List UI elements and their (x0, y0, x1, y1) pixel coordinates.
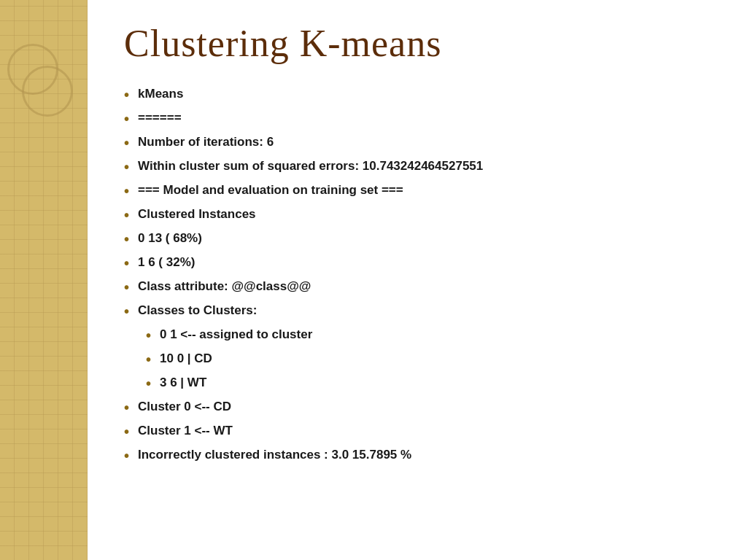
bullet-item-5: Clustered Instances (124, 206, 711, 225)
bullet-text-0: kMeans (138, 85, 183, 103)
bullet-item-4: === Model and evaluation on training set… (124, 182, 711, 201)
bullet-text-6: 0 13 ( 68%) (138, 230, 202, 247)
main-content: Clustering K-means kMeans======Number of… (88, 0, 747, 560)
bullet-item-1: ====== (124, 109, 711, 129)
bullet-text-3: Within cluster sum of squared errors: 10… (138, 158, 483, 175)
decorative-circles (7, 44, 80, 117)
bullet-item-6: 0 13 ( 68%) (124, 230, 711, 249)
bullet-text-15: Incorrectly clustered instances : 3.0 15… (138, 446, 411, 464)
sidebar (0, 0, 88, 560)
bullet-text-11: 10 0 | CD (160, 350, 212, 368)
slide-title: Clustering K-means (124, 22, 711, 65)
bullet-text-10: 0 1 <-- assigned to cluster (160, 326, 312, 343)
circle-2 (22, 66, 73, 117)
bullet-text-14: Cluster 1 <-- WT (138, 422, 233, 440)
bullet-text-1: ====== (138, 109, 182, 127)
bullet-item-3: Within cluster sum of squared errors: 10… (124, 158, 711, 177)
bullet-item-7: 1 6 ( 32%) (124, 254, 711, 273)
bullet-text-4: === Model and evaluation on training set… (138, 182, 403, 199)
bullet-item-2: Number of iterations: 6 (124, 133, 711, 153)
bullet-item-8: Class attribute: @@class@@ (124, 278, 711, 298)
bullet-item-9: Classes to Clusters: (124, 302, 711, 322)
bullet-item-0: kMeans (124, 85, 711, 105)
bullet-text-8: Class attribute: @@class@@ (138, 278, 311, 295)
bullet-item-10: 0 1 <-- assigned to cluster (124, 326, 711, 346)
bullet-item-14: Cluster 1 <-- WT (124, 422, 711, 442)
bullet-text-2: Number of iterations: 6 (138, 133, 274, 151)
bullet-text-12: 3 6 | WT (160, 374, 206, 392)
bullet-text-7: 1 6 ( 32%) (138, 254, 195, 271)
bullet-item-15: Incorrectly clustered instances : 3.0 15… (124, 446, 711, 466)
bullet-text-13: Cluster 0 <-- CD (138, 398, 231, 416)
bullet-item-13: Cluster 0 <-- CD (124, 398, 711, 418)
bullet-item-12: 3 6 | WT (124, 374, 711, 394)
bullet-text-9: Classes to Clusters: (138, 302, 257, 319)
bullet-list: kMeans======Number of iterations: 6Withi… (124, 85, 711, 466)
bullet-text-5: Clustered Instances (138, 206, 256, 223)
bullet-item-11: 10 0 | CD (124, 350, 711, 370)
